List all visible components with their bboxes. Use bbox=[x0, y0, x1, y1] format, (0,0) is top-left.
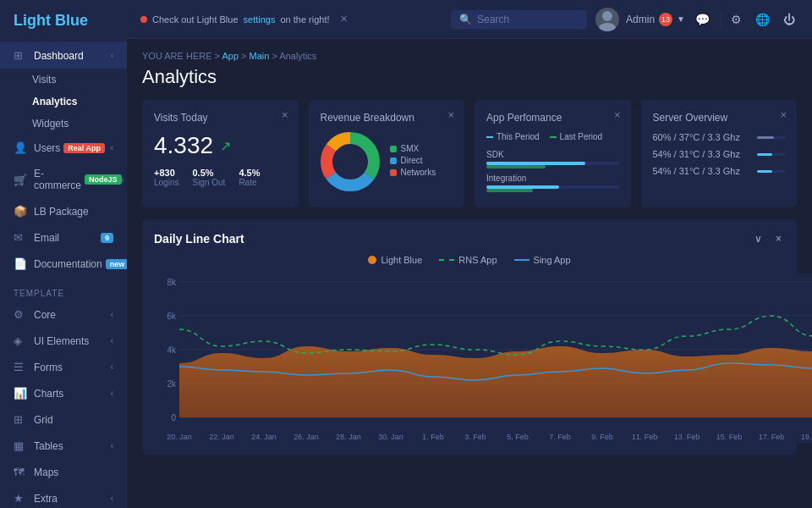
server-close[interactable]: × bbox=[780, 108, 787, 121]
perf-legend: This Period Last Period bbox=[486, 132, 619, 141]
sidebar-item-users[interactable]: 👤 Users Real App ‹ bbox=[0, 135, 127, 161]
breadcrumb-app[interactable]: App bbox=[222, 51, 239, 61]
legend-networks: Networks bbox=[390, 168, 436, 177]
lightblue-dot bbox=[368, 256, 376, 264]
users-icon: 👤 bbox=[14, 141, 27, 154]
sidebar-item-label: Email bbox=[34, 232, 59, 244]
sidebar-item-docs[interactable]: 📄 Documentation new bbox=[0, 251, 127, 277]
singapp-dash bbox=[514, 259, 529, 261]
header-user[interactable]: Admin 13 ▼ bbox=[626, 13, 685, 26]
this-period-label: This Period bbox=[497, 132, 540, 141]
sidebar-item-grid[interactable]: ⊞ Grid bbox=[0, 406, 127, 433]
chevron-icon: ‹ bbox=[111, 389, 113, 398]
notification-link[interactable]: settings bbox=[244, 14, 276, 25]
ecommerce-badge: NodeJS bbox=[85, 174, 122, 185]
sidebar-sub-widgets[interactable]: Widgets bbox=[0, 113, 127, 135]
search-input[interactable] bbox=[477, 14, 579, 25]
perf-this-period: This Period bbox=[486, 132, 540, 141]
singapp-label: Sing App bbox=[534, 255, 571, 265]
chart-close-icon[interactable]: × bbox=[772, 231, 785, 246]
notification-dot bbox=[140, 16, 147, 23]
stat-signout-label: Sign Out bbox=[192, 178, 225, 187]
smx-dot bbox=[390, 146, 397, 152]
server-row-2: 54% / 31°C / 3.3 Ghz bbox=[653, 166, 786, 176]
smx-label: SMX bbox=[401, 144, 420, 153]
chevron-icon: ‹ bbox=[111, 362, 113, 372]
email-badge: 9 bbox=[101, 233, 113, 243]
server-label-0: 60% / 37°C / 3.3 Ghz bbox=[653, 132, 750, 142]
sidebar-sub-analytics[interactable]: Analytics bbox=[0, 91, 127, 113]
sidebar-item-charts[interactable]: 📊 Charts ‹ bbox=[0, 380, 127, 406]
legend-smx: SMX bbox=[390, 144, 436, 153]
sidebar-item-email[interactable]: ✉ Email 9 bbox=[0, 224, 127, 251]
last-period-label: Last Period bbox=[560, 132, 603, 141]
user-chevron-icon: ▼ bbox=[677, 14, 685, 24]
chat-icon[interactable]: 💬 bbox=[692, 11, 713, 28]
settings-icon[interactable]: ⚙ bbox=[727, 11, 745, 28]
sidebar-item-tables[interactable]: ▦ Tables ‹ bbox=[0, 433, 127, 459]
server-row-1: 54% / 31°C / 3.3 Ghz bbox=[653, 149, 786, 159]
breadcrumb: YOU ARE HERE > App > Main > Analytics bbox=[142, 51, 797, 61]
sidebar-item-ecommerce[interactable]: 🛒 E-commerce NodeJS ‹ bbox=[0, 161, 127, 198]
stat-rate-label: Rate bbox=[239, 178, 260, 187]
visits-today-close[interactable]: × bbox=[282, 108, 288, 121]
server-bar-track-0 bbox=[757, 136, 786, 139]
template-section-label: TEMPLATE bbox=[0, 277, 127, 301]
users-badge: Real App bbox=[63, 143, 105, 153]
lightblue-label: Light Blue bbox=[381, 255, 422, 265]
server-bar-fill-2 bbox=[757, 170, 772, 173]
sidebar-item-forms[interactable]: ☰ Forms ‹ bbox=[0, 354, 127, 380]
sidebar-item-label: UI Elements bbox=[34, 335, 89, 347]
power-icon[interactable]: ⏻ bbox=[780, 11, 798, 28]
revenue-close[interactable]: × bbox=[447, 108, 454, 121]
stat-rate: 4.5% Rate bbox=[239, 168, 260, 187]
charts-icon: 📊 bbox=[14, 387, 27, 400]
sidebar-item-core[interactable]: ⚙ Core ‹ bbox=[0, 301, 127, 328]
visits-number: 4.332 ↗ bbox=[154, 132, 287, 159]
docs-icon: 📄 bbox=[14, 257, 27, 270]
breadcrumb-main[interactable]: Main bbox=[250, 51, 270, 61]
legend-rnsapp: RNS App bbox=[439, 255, 497, 265]
sidebar-item-dashboard[interactable]: ⊞ Dashboard ‹ bbox=[0, 42, 127, 69]
sidebar-item-maps[interactable]: 🗺 Maps bbox=[0, 459, 127, 485]
sidebar-sub-visits[interactable]: Visits bbox=[0, 69, 127, 91]
sidebar-item-label: E-commerce bbox=[34, 168, 81, 191]
chart-controls: ∨ × bbox=[751, 231, 785, 246]
sidebar-item-lbpackage[interactable]: 📦 LB Package bbox=[0, 198, 127, 224]
user-badge-count: 13 bbox=[659, 13, 672, 26]
stat-signout-value: 0.5% bbox=[192, 168, 225, 178]
app-perf-close[interactable]: × bbox=[614, 108, 621, 121]
sidebar-item-ui-elements[interactable]: ◈ UI Elements ‹ bbox=[0, 328, 127, 354]
sidebar-nav: ⊞ Dashboard ‹ Visits Analytics Widgets 👤… bbox=[0, 42, 127, 508]
chart-area bbox=[154, 273, 785, 443]
revenue-legend: SMX Direct Networks bbox=[390, 144, 436, 179]
core-icon: ⚙ bbox=[14, 308, 27, 321]
direct-label: Direct bbox=[401, 156, 423, 165]
chart-title-bold: Line Chart bbox=[185, 232, 244, 246]
notification-close[interactable]: ✕ bbox=[340, 14, 348, 25]
cards-row: Visits Today × 4.332 ↗ +830 Logins 0.5% bbox=[142, 100, 797, 207]
chevron-icon: ‹ bbox=[122, 175, 124, 185]
chart-collapse-icon[interactable]: ∨ bbox=[751, 231, 765, 246]
stat-logins-label: Logins bbox=[154, 178, 178, 187]
sub-label: Widgets bbox=[32, 118, 69, 130]
donut-chart bbox=[321, 132, 380, 191]
avatar bbox=[595, 8, 619, 31]
globe-icon[interactable]: 🌐 bbox=[752, 11, 773, 28]
stat-rate-value: 4.5% bbox=[239, 168, 260, 178]
rnsapp-dash bbox=[439, 259, 454, 261]
stat-logins-value: +830 bbox=[154, 168, 178, 178]
header-icons: Admin 13 ▼ 💬 ⚙ 🌐 ⏻ bbox=[595, 8, 798, 31]
dashboard-icon: ⊞ bbox=[14, 49, 27, 62]
main-content: Check out Light Blue settings on the rig… bbox=[127, 0, 812, 508]
logo-text: Light Blue bbox=[14, 12, 88, 29]
this-period-dot bbox=[486, 136, 493, 138]
server-row-0: 60% / 37°C / 3.3 Ghz bbox=[653, 132, 786, 142]
ui-icon: ◈ bbox=[14, 334, 27, 347]
notification-suffix: on the right! bbox=[280, 14, 329, 25]
sidebar-item-label: Core bbox=[34, 309, 56, 321]
chevron-icon: ‹ bbox=[111, 310, 113, 319]
sub-label: Analytics bbox=[32, 96, 77, 108]
line-chart-card: Daily Line Chart ∨ × Light Blue bbox=[142, 219, 797, 455]
sidebar-item-extra[interactable]: ★ Extra ‹ bbox=[0, 485, 127, 508]
